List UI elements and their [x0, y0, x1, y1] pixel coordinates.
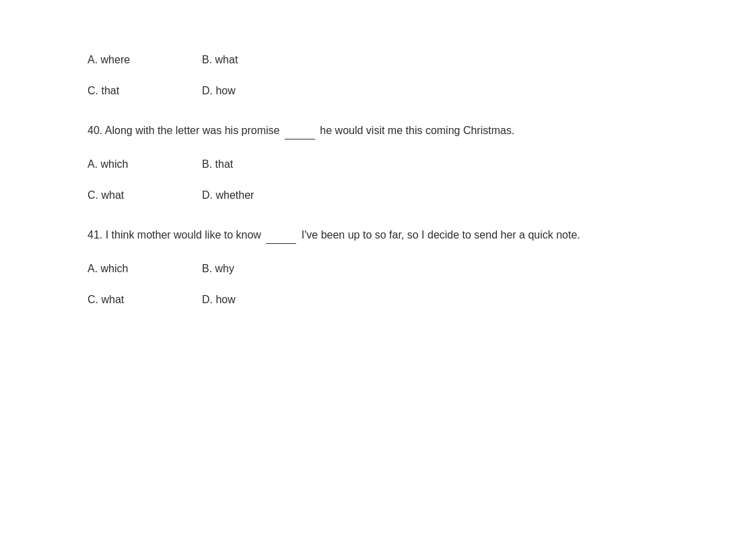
- question-41-text: 41. I think mother would like to know I'…: [88, 227, 668, 244]
- option-a: A. where: [88, 54, 202, 66]
- option-a: A. which: [88, 263, 202, 275]
- answer-row: C. what D. whether: [88, 189, 668, 201]
- question-40: 40. Along with the letter was his promis…: [88, 123, 668, 201]
- option-c: C. what: [88, 294, 202, 306]
- answer-row: A. which B. that: [88, 158, 668, 170]
- option-c: C. that: [88, 85, 202, 97]
- option-b: B. what: [202, 54, 316, 66]
- question-40-text: 40. Along with the letter was his promis…: [88, 123, 668, 139]
- q39-answer-rows: A. where B. what C. that D. how: [88, 54, 668, 97]
- answer-row: A. which B. why: [88, 263, 668, 275]
- option-b: B. why: [202, 263, 316, 275]
- page-content: A. where B. what C. that D. how 40. Alon…: [0, 0, 756, 365]
- answer-row: A. where B. what: [88, 54, 668, 66]
- option-d: D. whether: [202, 189, 316, 201]
- blank-41: [266, 227, 296, 244]
- option-c: C. what: [88, 189, 202, 201]
- question-41: 41. I think mother would like to know I'…: [88, 227, 668, 306]
- option-d: D. how: [202, 85, 316, 97]
- option-d: D. how: [202, 294, 316, 306]
- blank-40: [285, 123, 315, 139]
- option-b: B. that: [202, 158, 316, 170]
- option-a: A. which: [88, 158, 202, 170]
- answer-row: C. what D. how: [88, 294, 668, 306]
- answer-row: C. that D. how: [88, 85, 668, 97]
